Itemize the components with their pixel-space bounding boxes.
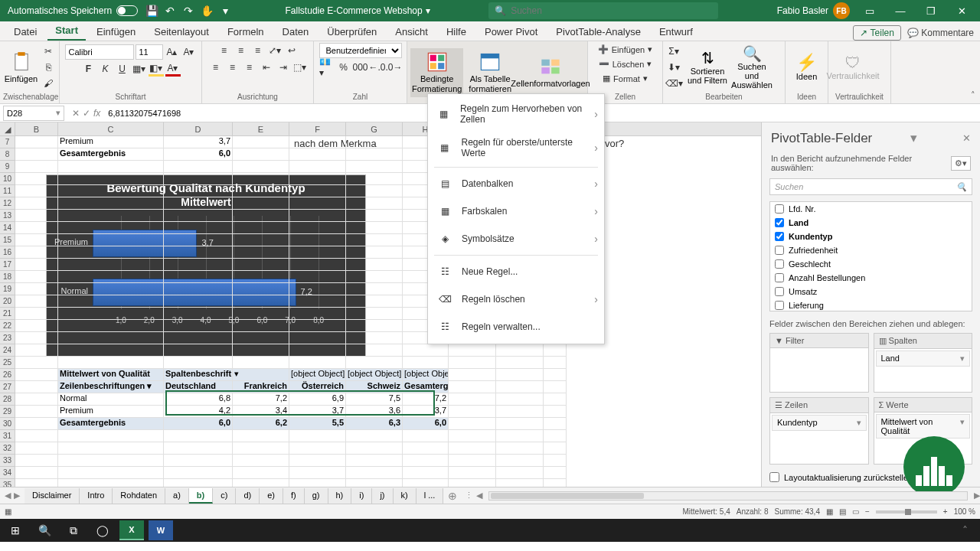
currency-icon[interactable]: 💶▾ [319, 60, 335, 75]
tab-start[interactable]: Start [47, 21, 86, 41]
cell-G8[interactable] [346, 148, 403, 161]
view-break-icon[interactable]: ▭ [852, 507, 859, 516]
cell-F16[interactable] [289, 246, 346, 259]
cell-C10[interactable] [58, 173, 164, 185]
cell-D14[interactable] [164, 222, 233, 234]
sheet-tab-k[interactable]: k) [394, 488, 416, 504]
sheet-tab-d[interactable]: d) [236, 488, 260, 504]
cell-B33[interactable] [15, 455, 58, 467]
cell-B32[interactable] [15, 442, 58, 455]
scroll-right-icon[interactable]: ▶ [974, 491, 980, 500]
scroll-left-icon[interactable]: ◀ [476, 491, 482, 500]
cell-styles-button[interactable]: Zellenformatvorlagen [517, 48, 584, 97]
tab-datei[interactable]: Datei [6, 23, 44, 41]
account-button[interactable]: Fabio Basler FB [777, 2, 850, 19]
row-header-21[interactable]: 21 [0, 308, 15, 320]
view-layout-icon[interactable]: ▤ [839, 507, 846, 516]
inc-decimal-icon[interactable]: ←.0 [370, 60, 385, 75]
rows-zone[interactable]: ☰ ZeilenKundentyp [769, 397, 869, 465]
row-header-7[interactable]: 7 [0, 136, 15, 148]
cell-G21[interactable] [346, 308, 403, 320]
tab-pivottableanalyse[interactable]: PivotTable-Analyse [548, 23, 648, 41]
cell-D17[interactable] [164, 259, 233, 271]
cell-G22[interactable] [346, 320, 403, 332]
cell-K29[interactable] [449, 406, 496, 418]
cell-L35[interactable] [496, 479, 544, 487]
cell-E16[interactable] [233, 246, 289, 259]
cell-K33[interactable] [449, 455, 496, 467]
cell-G15[interactable] [346, 234, 403, 246]
field-checkbox[interactable] [775, 232, 784, 241]
cell-B23[interactable] [15, 332, 58, 344]
row-header-14[interactable]: 14 [0, 222, 15, 234]
cell-C23[interactable] [58, 332, 164, 344]
tab-berprfen[interactable]: Überprüfen [319, 23, 384, 41]
tab-ansicht[interactable]: Ansicht [387, 23, 436, 41]
align-center-icon[interactable]: ≡ [225, 60, 240, 75]
cell-M32[interactable] [544, 442, 567, 455]
cell-B14[interactable] [15, 222, 58, 234]
cell-D19[interactable] [164, 283, 233, 295]
cell-G28[interactable]: 7,5 [346, 393, 403, 406]
cell-B31[interactable] [15, 430, 58, 442]
columns-zone[interactable]: ▥ SpaltenLand [874, 333, 973, 393]
cell-G9[interactable] [346, 161, 403, 173]
cell-D31[interactable] [164, 430, 233, 442]
cell-E30[interactable]: 6,2 [233, 418, 289, 430]
cell-E24[interactable] [233, 344, 289, 357]
pivot-search-input[interactable]: Suchen🔍 [769, 178, 972, 195]
cell-H25[interactable] [403, 357, 449, 369]
cell-H31[interactable] [403, 430, 449, 442]
cell-B17[interactable] [15, 259, 58, 271]
cell-G19[interactable] [346, 283, 403, 295]
start-button[interactable]: ⊞ [3, 520, 28, 540]
cell-C32[interactable] [58, 442, 164, 455]
cell-E11[interactable] [233, 185, 289, 197]
cell-M30[interactable] [544, 418, 567, 430]
cell-F17[interactable] [289, 259, 346, 271]
cell-D25[interactable] [164, 357, 233, 369]
cell-C12[interactable] [58, 197, 164, 210]
cell-M35[interactable] [544, 479, 567, 487]
cell-F22[interactable] [289, 320, 346, 332]
cell-B9[interactable] [15, 161, 58, 173]
gear-icon[interactable]: ⚙▾ [951, 156, 971, 171]
orientation-icon[interactable]: ⤢▾ [267, 43, 283, 58]
delete-cells-button[interactable]: ➖Löschen▾ [596, 57, 655, 70]
fill-color-icon[interactable]: ◧▾ [149, 61, 164, 77]
row-header-18[interactable]: 18 [0, 271, 15, 283]
sheet-tab-g[interactable]: g) [305, 488, 328, 504]
row-header-27[interactable]: 27 [0, 381, 15, 393]
menu-new-rule[interactable]: ☷Neue Regel... [428, 258, 604, 285]
cell-E32[interactable] [233, 442, 289, 455]
zoom-slider[interactable] [876, 510, 937, 514]
cell-E27[interactable]: Frankreich [233, 381, 289, 393]
borders-icon[interactable]: ▦▾ [132, 61, 147, 77]
cell-E33[interactable] [233, 455, 289, 467]
defer-layout-checkbox[interactable] [769, 472, 779, 482]
cell-H33[interactable] [403, 455, 449, 467]
field-lfdnr[interactable]: Lfd. Nr. [770, 202, 972, 216]
font-color-icon[interactable]: A▾ [165, 61, 181, 77]
col-header-E[interactable]: E [233, 122, 289, 135]
cell-F14[interactable] [289, 222, 346, 234]
cell-K31[interactable] [449, 430, 496, 442]
row-header-12[interactable]: 12 [0, 197, 15, 210]
indent-dec-icon[interactable]: ⇤ [259, 60, 274, 75]
cell-F34[interactable] [289, 467, 346, 479]
row-header-19[interactable]: 19 [0, 283, 15, 295]
cell-H34[interactable] [403, 467, 449, 479]
cell-D13[interactable] [164, 210, 233, 222]
field-land[interactable]: Land [770, 216, 972, 230]
cell-L32[interactable] [496, 442, 544, 455]
row-header-13[interactable]: 13 [0, 210, 15, 222]
search-input[interactable] [511, 5, 712, 16]
cell-C16[interactable] [58, 246, 164, 259]
cell-B25[interactable] [15, 357, 58, 369]
zone-item-qual[interactable]: Mittelwert von Qualität [876, 414, 971, 439]
cell-G32[interactable] [346, 442, 403, 455]
find-select-button[interactable]: 🔍 Suchen und Auswählen [730, 43, 773, 92]
cell-B19[interactable] [15, 283, 58, 295]
chevron-up-icon[interactable]: ˄ [952, 520, 977, 540]
pane-menu-icon[interactable]: ▾ [910, 130, 917, 146]
